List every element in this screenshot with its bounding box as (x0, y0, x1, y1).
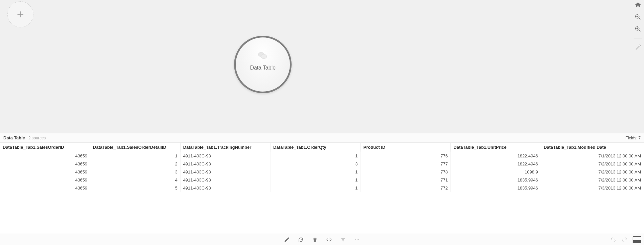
table-row[interactable]: 4365934911-403C-9817781098.97/2/2013 12:… (0, 168, 644, 176)
grid-header-bar: Data Table 2 sources Fields: 7 (0, 133, 644, 143)
grid-title: Data Table (3, 135, 25, 140)
redo-icon (622, 237, 628, 243)
svg-line-6 (639, 30, 641, 32)
table-row[interactable]: 4365954911-403C-9817721835.99467/3/2013 … (0, 184, 644, 192)
filter-button[interactable] (340, 236, 346, 243)
table-cell: 43659 (0, 184, 90, 192)
magic-layout-button[interactable] (634, 44, 642, 51)
table-cell: 7/1/2013 12:00:00 AM (541, 152, 644, 160)
undo-button[interactable] (610, 236, 617, 243)
table-cell: 1822.4946 (451, 160, 541, 168)
right-tool-strip (632, 0, 644, 51)
column-header[interactable]: DataTable_Tab1.TrackingNumber (180, 143, 271, 152)
table-cell: 4911-403C-98 (180, 176, 271, 184)
table-row[interactable]: 4365924911-403C-9837771822.49467/2/2013 … (0, 160, 644, 168)
svg-line-3 (639, 18, 641, 20)
table-cell: 778 (360, 168, 451, 176)
column-header[interactable]: DataTable_Tab1.SalesOrderID (0, 143, 90, 152)
more-button[interactable] (354, 236, 360, 243)
column-header[interactable]: DataTable_Tab1.UnitPrice (451, 143, 541, 152)
table-cell: 1 (271, 152, 361, 160)
table-cell: 5 (90, 184, 181, 192)
data-source-icon (258, 52, 267, 59)
table-cell: 772 (360, 184, 451, 192)
add-data-bubble-button[interactable] (7, 1, 33, 27)
table-cell: 776 (360, 152, 451, 160)
refresh-button[interactable] (298, 236, 304, 243)
table-cell: 7/3/2013 12:00:00 AM (541, 184, 644, 192)
data-table: DataTable_Tab1.SalesOrderIDDataTable_Tab… (0, 143, 644, 192)
table-cell: 4911-403C-98 (180, 168, 271, 176)
table-cell: 1822.4946 (451, 152, 541, 160)
zoom-out-icon (634, 13, 642, 21)
svg-point-13 (358, 239, 359, 240)
refresh-icon (298, 237, 304, 243)
column-header[interactable]: DataTable_Tab1.Modified Date (541, 143, 644, 152)
svg-point-11 (355, 239, 356, 240)
table-cell: 771 (360, 176, 451, 184)
data-grid-panel: Data Table 2 sources Fields: 7 DataTable… (0, 133, 644, 234)
bottom-toolbar (0, 234, 644, 245)
table-cell: 4911-403C-98 (180, 152, 271, 160)
data-bubble-label: Data Table (250, 65, 276, 71)
redo-button[interactable] (621, 236, 628, 243)
column-header[interactable]: DataTable_Tab1.OrderQty (271, 143, 361, 152)
table-cell: 4911-403C-98 (180, 160, 271, 168)
table-cell: 1 (90, 152, 181, 160)
svg-point-12 (357, 239, 357, 240)
grid-sources-label: 2 sources (28, 136, 46, 140)
table-row[interactable]: 4365944911-403C-9817711835.99467/2/2013 … (0, 176, 644, 184)
table-cell: 43659 (0, 160, 90, 168)
filter-icon (340, 237, 346, 243)
table-cell: 43659 (0, 152, 90, 160)
table-row[interactable]: 4365914911-403C-9817761822.49467/1/2013 … (0, 152, 644, 160)
trash-icon (312, 237, 318, 243)
table-cell: 2 (90, 160, 181, 168)
ellipsis-icon (354, 237, 360, 243)
svg-line-9 (636, 46, 640, 49)
table-cell: 1835.9946 (451, 176, 541, 184)
table-cell: 1098.9 (451, 168, 541, 176)
table-cell: 3 (90, 168, 181, 176)
table-cell: 43659 (0, 168, 90, 176)
home-button[interactable] (634, 1, 642, 9)
table-cell: 43659 (0, 176, 90, 184)
table-cell: 4911-403C-98 (180, 184, 271, 192)
column-header[interactable]: Product ID (360, 143, 451, 152)
table-cell: 1 (271, 176, 361, 184)
column-header[interactable]: DataTable_Tab1.SalesOrderDetailID (90, 143, 181, 152)
data-table-bubble[interactable]: Data Table (234, 36, 292, 93)
tool-separator (634, 38, 642, 38)
zoom-in-icon (634, 25, 642, 33)
split-button[interactable] (326, 236, 332, 243)
edit-button[interactable] (284, 236, 290, 243)
canvas-area: Data Table Data Table 2 sources Fields: … (0, 0, 644, 245)
table-cell: 1 (271, 168, 361, 176)
split-icon (326, 237, 332, 243)
table-cell: 777 (360, 160, 451, 168)
grid-fields-label: Fields: 7 (626, 136, 641, 140)
undo-icon (610, 237, 616, 243)
delete-button[interactable] (312, 236, 318, 243)
table-cell: 3 (271, 160, 361, 168)
table-cell: 4 (90, 176, 181, 184)
toggle-data-panel-button[interactable] (633, 236, 641, 243)
table-cell: 7/2/2013 12:00:00 AM (541, 168, 644, 176)
zoom-in-button[interactable] (634, 25, 642, 33)
home-icon (634, 1, 642, 9)
zoom-out-button[interactable] (634, 13, 642, 21)
table-cell: 7/2/2013 12:00:00 AM (541, 176, 644, 184)
wand-icon (634, 44, 642, 51)
table-cell: 7/2/2013 12:00:00 AM (541, 160, 644, 168)
pencil-icon (284, 237, 290, 243)
grid-table-scroll[interactable]: DataTable_Tab1.SalesOrderIDDataTable_Tab… (0, 143, 644, 234)
plus-icon (16, 10, 25, 19)
table-cell: 1835.9946 (451, 184, 541, 192)
table-cell: 1 (271, 184, 361, 192)
